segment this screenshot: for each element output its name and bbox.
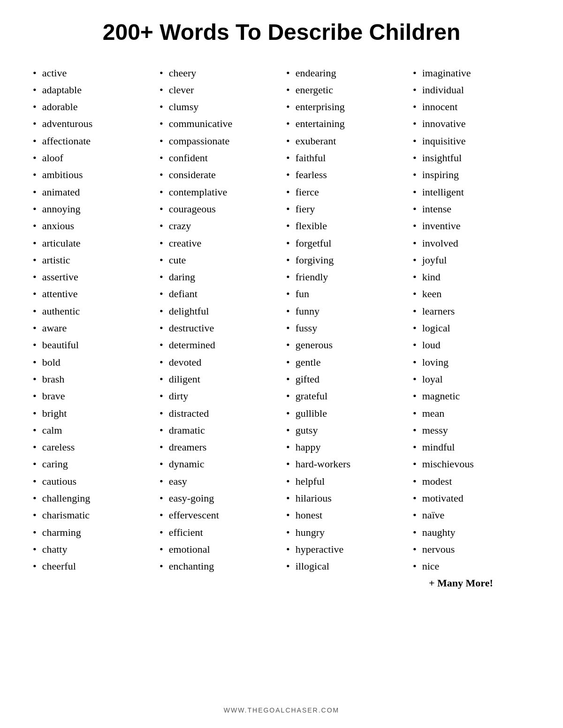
- list-item: fierce: [286, 184, 403, 201]
- list-item: artistic: [33, 252, 150, 269]
- list-item: beautiful: [33, 337, 150, 353]
- list-item: inquisitive: [413, 133, 530, 150]
- list-item: individual: [413, 82, 530, 98]
- list-item: courageous: [160, 201, 277, 218]
- list-item: animated: [33, 184, 150, 201]
- list-item: hungry: [286, 524, 403, 541]
- list-item: cheery: [160, 65, 277, 82]
- word-list-3: endearingenergeticenterprisingentertaini…: [286, 65, 403, 575]
- list-item: clumsy: [160, 98, 277, 115]
- list-item: considerate: [160, 166, 277, 183]
- word-column-3: endearingenergeticenterprisingentertaini…: [282, 65, 408, 688]
- list-item: hyperactive: [286, 541, 403, 558]
- list-item: loud: [413, 337, 530, 353]
- list-item: defiant: [160, 285, 277, 302]
- list-item: enterprising: [286, 98, 403, 115]
- list-item: happy: [286, 439, 403, 456]
- list-item: fun: [286, 285, 403, 302]
- list-item: kind: [413, 269, 530, 285]
- list-item: emotional: [160, 541, 277, 558]
- word-list-1: activeadaptableadorableadventurousaffect…: [33, 65, 150, 575]
- list-item: gullible: [286, 405, 403, 422]
- list-item: grateful: [286, 388, 403, 405]
- word-list-4: imaginativeindividualinnocentinnovativei…: [413, 65, 530, 575]
- list-item: efficient: [160, 524, 277, 541]
- list-item: aware: [33, 320, 150, 337]
- list-item: calm: [33, 422, 150, 439]
- list-item: joyful: [413, 252, 530, 269]
- list-item: cute: [160, 252, 277, 269]
- list-item: creative: [160, 235, 277, 252]
- list-item: gutsy: [286, 422, 403, 439]
- list-item: hard-workers: [286, 456, 403, 473]
- list-item: destructive: [160, 320, 277, 337]
- list-item: naïve: [413, 507, 530, 524]
- list-item: authentic: [33, 303, 150, 320]
- more-words-label: + Many More!: [413, 577, 530, 589]
- list-item: anxious: [33, 218, 150, 234]
- list-item: fearless: [286, 166, 403, 183]
- list-item: fiery: [286, 201, 403, 218]
- list-item: magnetic: [413, 388, 530, 405]
- list-item: enchanting: [160, 558, 277, 575]
- list-item: diligent: [160, 371, 277, 388]
- list-item: easy: [160, 473, 277, 490]
- list-item: adorable: [33, 98, 150, 115]
- list-item: innocent: [413, 98, 530, 115]
- list-item: articulate: [33, 235, 150, 252]
- list-item: endearing: [286, 65, 403, 82]
- list-item: intense: [413, 201, 530, 218]
- list-item: intelligent: [413, 184, 530, 201]
- list-item: bold: [33, 354, 150, 371]
- list-item: dirty: [160, 388, 277, 405]
- word-list-2: cheerycleverclumsycommunicativecompassio…: [160, 65, 277, 575]
- list-item: logical: [413, 320, 530, 337]
- list-item: dramatic: [160, 422, 277, 439]
- list-item: dreamers: [160, 439, 277, 456]
- list-item: gentle: [286, 354, 403, 371]
- list-item: mean: [413, 405, 530, 422]
- list-item: naughty: [413, 524, 530, 541]
- list-item: imaginative: [413, 65, 530, 82]
- list-item: communicative: [160, 115, 277, 132]
- list-item: determined: [160, 337, 277, 353]
- page-title: 200+ Words To Describe Children: [103, 19, 460, 46]
- list-item: faithful: [286, 150, 403, 166]
- list-item: loyal: [413, 371, 530, 388]
- columns-container: activeadaptableadorableadventurousaffect…: [28, 65, 535, 688]
- list-item: crazy: [160, 218, 277, 234]
- list-item: adventurous: [33, 115, 150, 132]
- list-item: delightful: [160, 303, 277, 320]
- list-item: easy-going: [160, 490, 277, 507]
- list-item: mindful: [413, 439, 530, 456]
- list-item: keen: [413, 285, 530, 302]
- list-item: involved: [413, 235, 530, 252]
- list-item: attentive: [33, 285, 150, 302]
- list-item: insightful: [413, 150, 530, 166]
- list-item: flexible: [286, 218, 403, 234]
- list-item: compassionate: [160, 133, 277, 150]
- list-item: illogical: [286, 558, 403, 575]
- list-item: innovative: [413, 115, 530, 132]
- list-item: entertaining: [286, 115, 403, 132]
- list-item: forgiving: [286, 252, 403, 269]
- list-item: charming: [33, 524, 150, 541]
- list-item: distracted: [160, 405, 277, 422]
- word-column-1: activeadaptableadorableadventurousaffect…: [28, 65, 155, 688]
- list-item: daring: [160, 269, 277, 285]
- list-item: brave: [33, 388, 150, 405]
- list-item: adaptable: [33, 82, 150, 98]
- list-item: nervous: [413, 541, 530, 558]
- list-item: challenging: [33, 490, 150, 507]
- list-item: fussy: [286, 320, 403, 337]
- word-column-4: imaginativeindividualinnocentinnovativei…: [408, 65, 535, 688]
- footer: WWW.THEGOALCHASER.COM: [224, 706, 340, 714]
- list-item: caring: [33, 456, 150, 473]
- list-item: brash: [33, 371, 150, 388]
- list-item: careless: [33, 439, 150, 456]
- list-item: confident: [160, 150, 277, 166]
- list-item: messy: [413, 422, 530, 439]
- list-item: learners: [413, 303, 530, 320]
- list-item: nice: [413, 558, 530, 575]
- word-column-2: cheerycleverclumsycommunicativecompassio…: [155, 65, 282, 688]
